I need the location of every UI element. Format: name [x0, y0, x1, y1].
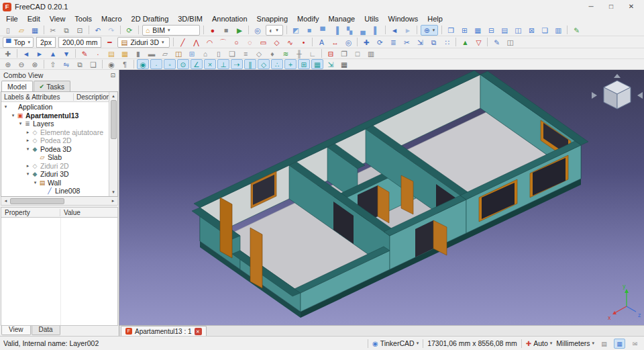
view-top-icon[interactable]: ▀ — [317, 25, 329, 35]
compound-icon[interactable]: ❑ — [87, 59, 99, 69]
draft-bspline-icon[interactable]: ∿ — [284, 37, 296, 47]
bim-sketch-icon[interactable]: ✎ — [78, 48, 91, 58]
draft-fillet-icon[interactable]: ◠ — [203, 37, 215, 47]
bim-stairs-icon[interactable]: ∟ — [307, 48, 319, 58]
fit-all-icon[interactable]: ◎ — [252, 25, 264, 35]
draft-circle-icon[interactable]: ○ — [230, 37, 242, 47]
tree-item-line008[interactable]: ╱Line008 — [1, 187, 117, 195]
snap-angle-icon[interactable]: ∠ — [191, 59, 203, 69]
menu-view[interactable]: View — [45, 15, 70, 23]
working-plane-top[interactable]: ▀Top▾ — [3, 37, 34, 48]
nudge-down-icon[interactable]: ▼ — [60, 48, 72, 58]
draft-edit-icon[interactable]: ✎ — [490, 37, 502, 47]
expander-closed-icon[interactable]: ▸ — [25, 163, 31, 169]
maximize-button[interactable]: □ — [601, 0, 621, 13]
manipulator-icon[interactable]: ✚ — [2, 48, 14, 58]
scroll-right-icon[interactable]: ▸ — [109, 198, 117, 204]
report-view-toggle-icon[interactable]: ▤ — [598, 339, 610, 349]
boolean-difference-icon[interactable]: ⊖ — [15, 59, 28, 69]
menu-snapping[interactable]: Snapping — [252, 15, 293, 23]
snap-center-icon[interactable]: ⊙ — [177, 59, 189, 69]
bim-section-plane-icon[interactable]: ⊟ — [325, 48, 337, 58]
document-tab[interactable]: F Apartamentul13 : 1 ✕ — [121, 326, 207, 336]
menu-tools[interactable]: Tools — [70, 15, 97, 23]
snap-perpendicular-icon[interactable]: ⊥ — [217, 59, 229, 69]
bim-truss-icon[interactable]: ◇ — [253, 48, 265, 58]
boolean-union-icon[interactable]: ⊕ — [2, 59, 14, 69]
menu-edit[interactable]: Edit — [23, 15, 45, 23]
bim-pipe-icon[interactable]: ╫ — [293, 48, 305, 58]
bim-point-icon[interactable]: ∙ — [92, 48, 104, 58]
tree-vertical-scrollbar[interactable]: ▴ ▾ — [109, 92, 117, 196]
menu-annotation[interactable]: Annotation — [207, 15, 252, 23]
extrude-icon[interactable]: ⇧ — [47, 59, 59, 69]
view-rear-icon[interactable]: ▚ — [343, 25, 356, 35]
nav-back-icon[interactable]: ◄ — [388, 25, 400, 35]
draft-arc-icon[interactable]: ⌒ — [217, 37, 229, 47]
tab-data[interactable]: Data — [32, 326, 60, 335]
draft-clone-icon[interactable]: ⧉ — [427, 37, 439, 47]
tab-close-icon[interactable]: ✕ — [195, 328, 202, 335]
menu-help[interactable]: Help — [423, 15, 447, 23]
minimize-button[interactable]: ─ — [581, 0, 601, 13]
tree-item-layers[interactable]: ▾≣Layers — [1, 120, 117, 128]
units-selector[interactable]: Millimeters ▾ — [556, 339, 594, 347]
bim-library-icon[interactable]: ▥ — [552, 25, 564, 35]
tree-item-podea-2d[interactable]: ▸◇Podea 2D — [1, 136, 117, 145]
tree-item-slab[interactable]: ▱Slab — [1, 153, 117, 162]
snap-working-plane-icon[interactable]: ▦ — [311, 59, 323, 69]
bim-frame-icon[interactable]: ❏ — [226, 48, 238, 58]
draft-upgrade-icon[interactable]: ▲ — [459, 37, 471, 47]
nav-forward-icon[interactable]: ► — [402, 25, 414, 35]
menu-3d-bim[interactable]: 3D/BIM — [173, 15, 207, 23]
tree-item-wall[interactable]: ▾▤Wall — [1, 179, 117, 187]
nudge-right-icon[interactable]: ► — [34, 48, 46, 58]
bim-section-icon[interactable]: ⊟ — [485, 25, 497, 35]
nudge-up-icon[interactable]: ▲ — [47, 48, 59, 58]
view-front-icon[interactable]: ■ — [303, 25, 315, 35]
draft-rotate-icon[interactable]: ⟳ — [374, 37, 386, 47]
nudge-left-icon[interactable]: ◄ — [20, 48, 32, 58]
sketch-edit-icon[interactable]: ✎ — [570, 25, 582, 35]
bim-door-icon[interactable]: ◫ — [172, 48, 184, 58]
expander-open-icon[interactable]: ▾ — [25, 171, 31, 177]
macro-record-icon[interactable]: ● — [207, 25, 219, 35]
bim-fence-icon[interactable]: ≡ — [239, 48, 252, 58]
toggle-grid-icon[interactable]: ▦ — [338, 59, 350, 69]
bim-wall-icon[interactable]: ▤ — [105, 48, 117, 58]
macro-stop-icon[interactable]: ■ — [220, 25, 232, 35]
draft-move-icon[interactable]: ✚ — [360, 37, 372, 47]
tree-horizontal-scrollbar[interactable]: ◂ ▸ — [1, 197, 118, 206]
working-plane-proxy-icon[interactable]: ◫ — [504, 37, 516, 47]
snap-ortho-icon[interactable]: + — [284, 59, 297, 69]
line-width-chip[interactable]: 2px — [36, 37, 56, 48]
draft-point-icon[interactable]: • — [297, 37, 309, 47]
bim-ifc-icon[interactable]: ⊠ — [525, 25, 537, 35]
draft-polyline-icon[interactable]: ⋀ — [190, 37, 202, 47]
snap-intersection-icon[interactable]: × — [204, 59, 216, 69]
draw-style[interactable]: ◐▾ — [266, 25, 283, 36]
paste-icon[interactable]: ⊡ — [74, 25, 86, 35]
expander-closed-icon[interactable]: ▸ — [25, 130, 31, 135]
tree-item-door003[interactable]: ▸◫Door003 — [1, 195, 117, 197]
tree-item-podea-3d[interactable]: ▾◆Podea 3D — [1, 145, 117, 154]
annotation-styles-icon[interactable]: ¶ — [119, 59, 131, 69]
tab-tasks[interactable]: ✔ Tasks — [34, 81, 70, 91]
bim-panel-icon[interactable]: ▯ — [213, 48, 225, 58]
expander-open-icon[interactable]: ▾ — [10, 113, 16, 118]
snap-grid-icon[interactable]: ⊞ — [298, 59, 310, 69]
bim-levels-icon[interactable]: ⊞ — [458, 25, 470, 35]
3d-viewport[interactable]: y x z — [119, 70, 644, 325]
menu-utils[interactable]: Utils — [360, 15, 383, 23]
bim-column-icon[interactable]: ▮ — [132, 48, 144, 58]
view-isometric-icon[interactable]: ◩ — [290, 25, 302, 35]
bim-slab-icon[interactable]: ▱ — [159, 48, 171, 58]
panel-view-toggle-icon[interactable]: ▦ — [614, 339, 625, 349]
navigation-cube[interactable] — [592, 74, 643, 109]
draft-rectangle-icon[interactable]: ▭ — [257, 37, 269, 47]
menu-manage[interactable]: Manage — [323, 15, 360, 23]
line-color-icon[interactable]: ━ — [103, 37, 115, 47]
snap-special-icon[interactable]: ◇ — [258, 59, 270, 69]
tree-item-application[interactable]: ▾Application — [1, 103, 117, 112]
expander-open-icon[interactable]: ▾ — [25, 146, 31, 152]
